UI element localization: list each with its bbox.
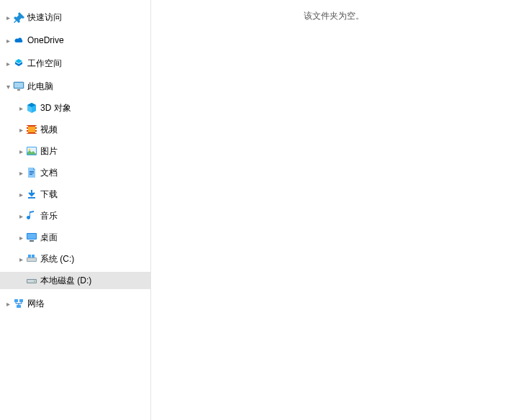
drive-icon — [26, 275, 37, 286]
drive-icon — [26, 253, 37, 265]
file-list-pane[interactable]: 该文件夹为空。 — [151, 0, 516, 420]
sidebar-item-this-pc[interactable]: ▾ 此电脑 — [0, 78, 150, 95]
sidebar-item-downloads[interactable]: ▸ 下载 — [0, 186, 150, 203]
sidebar-item-network[interactable]: ▸ 网络 — [0, 295, 150, 312]
sidebar-item-label: 3D 对象 — [40, 102, 71, 114]
sidebar-item-label: 系统 (C:) — [40, 253, 74, 265]
chevron-right-icon[interactable]: ▸ — [16, 189, 26, 199]
svg-rect-16 — [30, 174, 32, 175]
sidebar-item-documents[interactable]: ▸ 文档 — [0, 164, 150, 181]
chevron-right-icon[interactable]: ▸ — [16, 254, 26, 264]
sidebar-item-label: 下载 — [40, 188, 58, 201]
sidebar-item-label: 网络 — [27, 298, 45, 310]
svg-rect-20 — [30, 240, 34, 242]
svg-rect-19 — [27, 234, 36, 239]
svg-rect-7 — [27, 132, 28, 133]
svg-rect-14 — [30, 171, 34, 172]
chevron-right-icon[interactable]: ▸ — [16, 211, 26, 221]
svg-rect-10 — [35, 132, 37, 133]
sidebar-item-music[interactable]: ▸ 音乐 — [0, 207, 150, 224]
sidebar-item-desktop[interactable]: ▸ 桌面 — [0, 229, 150, 246]
svg-rect-23 — [28, 255, 31, 257]
navigation-sidebar: ▸ 快速访问 ▸ OneDrive ▸ 工作空间 ▾ — [0, 0, 151, 420]
svg-rect-5 — [27, 126, 28, 127]
sidebar-item-quick-access[interactable]: ▸ 快速访问 — [0, 9, 150, 26]
chevron-right-icon[interactable]: ▸ — [16, 103, 26, 113]
workspace-icon — [13, 58, 24, 69]
network-icon — [13, 298, 24, 309]
svg-rect-6 — [27, 129, 28, 130]
pin-icon — [13, 12, 24, 23]
sidebar-item-onedrive[interactable]: ▸ OneDrive — [0, 32, 150, 49]
svg-rect-1 — [14, 83, 23, 88]
svg-rect-9 — [35, 129, 37, 130]
svg-rect-17 — [28, 197, 35, 198]
chevron-right-icon[interactable]: ▸ — [3, 58, 13, 68]
svg-point-27 — [34, 280, 35, 282]
svg-rect-4 — [28, 127, 35, 132]
film-icon — [26, 124, 37, 135]
svg-rect-29 — [19, 299, 23, 302]
chevron-down-icon[interactable]: ▾ — [3, 81, 13, 91]
cube-icon — [26, 102, 37, 114]
chevron-right-icon[interactable]: ▸ — [3, 35, 13, 45]
chevron-right-icon[interactable]: ▸ — [16, 168, 26, 178]
sidebar-item-system-drive[interactable]: ▸ 系统 (C:) — [0, 250, 150, 268]
svg-rect-2 — [17, 89, 20, 91]
svg-rect-24 — [32, 255, 35, 257]
sidebar-item-local-disk[interactable]: ▸ 本地磁盘 (D:) — [0, 272, 150, 289]
sidebar-item-label: 文档 — [40, 167, 58, 179]
svg-rect-8 — [35, 126, 37, 127]
picture-icon — [26, 145, 37, 157]
svg-rect-30 — [17, 305, 21, 308]
sidebar-item-label: 图片 — [40, 145, 58, 158]
sidebar-item-label: 桌面 — [40, 232, 58, 244]
document-icon — [26, 167, 37, 178]
monitor-icon — [13, 81, 24, 92]
chevron-right-icon[interactable]: ▸ — [3, 298, 13, 309]
sidebar-item-pictures[interactable]: ▸ 图片 — [0, 142, 150, 160]
chevron-right-icon[interactable]: ▸ — [16, 124, 26, 134]
chevron-right-icon[interactable]: ▸ — [16, 146, 26, 156]
sidebar-item-3d-objects[interactable]: ▸ 3D 对象 — [0, 99, 150, 117]
sidebar-item-label: 此电脑 — [27, 81, 53, 93]
svg-rect-15 — [30, 173, 34, 173]
sidebar-item-label: 音乐 — [40, 210, 58, 222]
sidebar-item-workspace[interactable]: ▸ 工作空间 — [0, 55, 150, 72]
chevron-right-icon[interactable]: ▸ — [3, 12, 13, 22]
music-note-icon — [26, 210, 37, 222]
empty-folder-message: 该文件夹为空。 — [151, 10, 516, 22]
svg-rect-22 — [27, 258, 36, 261]
download-arrow-icon — [26, 188, 37, 200]
svg-rect-28 — [14, 299, 18, 302]
sidebar-item-label: 工作空间 — [27, 58, 62, 70]
sidebar-item-label: 快速访问 — [27, 12, 62, 24]
cloud-icon — [13, 35, 24, 46]
sidebar-item-label: 本地磁盘 (D:) — [40, 275, 91, 287]
sidebar-item-label: 视频 — [40, 124, 58, 136]
sidebar-item-videos[interactable]: ▸ 视频 — [0, 121, 150, 138]
chevron-right-icon[interactable]: ▸ — [16, 232, 26, 242]
sidebar-item-label: OneDrive — [27, 35, 64, 45]
desktop-icon — [26, 232, 37, 243]
